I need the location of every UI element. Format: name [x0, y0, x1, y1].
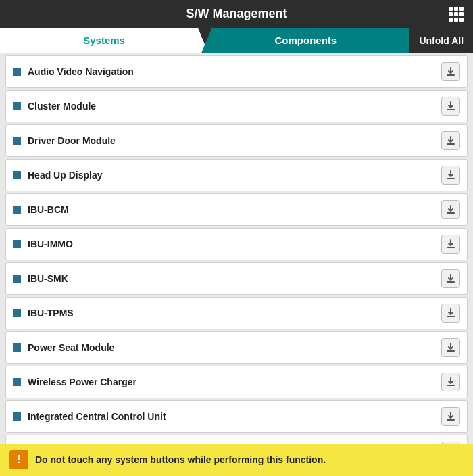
item-square-icon	[13, 137, 21, 145]
action-button[interactable]	[441, 407, 460, 426]
item-label: IBU-TPMS	[28, 308, 441, 318]
list-item[interactable]: Cluster Module	[5, 90, 468, 122]
action-button[interactable]	[441, 62, 460, 81]
unfold-all-button[interactable]: Unfold All	[409, 28, 473, 53]
header-title: S/W Management	[186, 7, 287, 21]
item-square-icon	[13, 275, 21, 283]
action-button[interactable]	[441, 97, 460, 116]
item-square-icon	[13, 343, 21, 352]
list-item[interactable]: IBU-IMMO	[5, 228, 468, 260]
action-button[interactable]	[441, 235, 460, 254]
action-button[interactable]	[441, 200, 460, 219]
action-button[interactable]	[441, 131, 460, 150]
svg-rect-4	[447, 212, 455, 214]
action-button[interactable]	[441, 304, 460, 323]
tab-components[interactable]: Components	[201, 28, 409, 53]
svg-rect-1	[447, 109, 455, 110]
list-item[interactable]: Wireless Power Charger	[5, 366, 468, 398]
svg-rect-5	[447, 247, 455, 248]
list-item[interactable]: Driver Door Module	[5, 124, 468, 157]
tab-bar: Systems Components Unfold All	[0, 28, 473, 53]
list-item[interactable]: Power Tailgate	[5, 435, 468, 444]
svg-rect-2	[447, 143, 455, 145]
list-item[interactable]: Integrated Central Control Unit	[5, 400, 468, 433]
list-item[interactable]: IBU-TPMS	[5, 297, 468, 329]
action-button[interactable]	[441, 373, 460, 391]
item-square-icon	[13, 378, 21, 386]
tab-systems[interactable]: Systems	[0, 28, 208, 53]
item-square-icon	[13, 68, 21, 76]
item-label: Audio Video Navigation	[28, 66, 441, 77]
item-label: IBU-IMMO	[28, 239, 441, 249]
warning-text: Do not touch any system buttons while pe…	[35, 454, 326, 465]
list-item[interactable]: IBU-SMK	[5, 262, 468, 295]
item-label: Wireless Power Charger	[28, 377, 441, 387]
svg-rect-3	[447, 178, 455, 179]
svg-rect-7	[447, 316, 455, 317]
systems-list: Audio Video Navigation Cluster Module Dr…	[0, 53, 473, 444]
svg-rect-8	[447, 350, 455, 352]
item-square-icon	[13, 171, 21, 179]
svg-rect-0	[447, 74, 455, 76]
item-label: IBU-SMK	[28, 273, 441, 284]
grid-icon[interactable]	[449, 7, 464, 22]
item-square-icon	[13, 240, 21, 248]
item-label: Cluster Module	[28, 101, 441, 112]
action-button[interactable]	[441, 338, 460, 357]
warning-bar: ! Do not touch any system buttons while …	[0, 444, 473, 476]
item-label: Power Seat Module	[28, 342, 441, 353]
svg-rect-6	[447, 281, 455, 283]
list-item[interactable]: Power Seat Module	[5, 331, 468, 364]
item-label: Integrated Central Control Unit	[28, 411, 441, 422]
list-item[interactable]: Audio Video Navigation	[5, 55, 468, 88]
item-label: IBU-BCM	[28, 204, 441, 215]
app-header: S/W Management	[0, 0, 473, 28]
list-item[interactable]: Head Up Display	[5, 159, 468, 191]
item-square-icon	[13, 206, 21, 214]
warning-icon: !	[9, 450, 28, 469]
action-button[interactable]	[441, 166, 460, 185]
svg-rect-9	[447, 385, 455, 386]
svg-rect-10	[447, 419, 455, 421]
item-label: Driver Door Module	[28, 135, 441, 146]
action-button[interactable]	[441, 269, 460, 288]
item-square-icon	[13, 309, 21, 317]
item-square-icon	[13, 102, 21, 110]
item-square-icon	[13, 412, 21, 421]
item-label: Head Up Display	[28, 170, 441, 181]
list-item[interactable]: IBU-BCM	[5, 193, 468, 226]
